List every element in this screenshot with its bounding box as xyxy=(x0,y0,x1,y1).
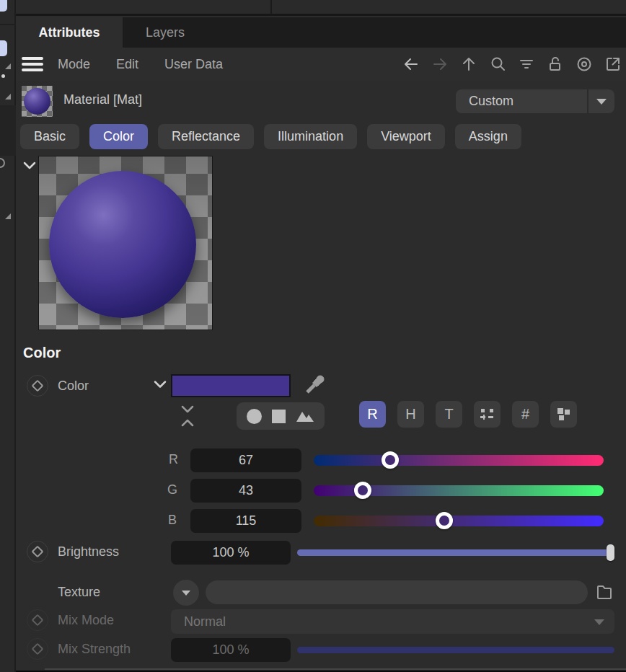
palette-icon-partial xyxy=(0,0,7,12)
menu-items: Mode Edit User Data xyxy=(58,57,223,72)
preview-collapse-chevron-icon[interactable] xyxy=(22,160,38,174)
slider-handle[interactable] xyxy=(354,482,371,499)
panel-tabbar: Attributes Layers xyxy=(16,17,626,48)
chevron-down-icon xyxy=(594,619,604,625)
tab-color[interactable]: Color xyxy=(89,124,148,149)
texture-options-button[interactable] xyxy=(173,580,199,606)
slider-track xyxy=(297,549,614,556)
collapse-sliders-icon[interactable] xyxy=(179,404,196,431)
keyframe-dot-color[interactable] xyxy=(27,375,48,397)
menubar-icons xyxy=(402,56,622,74)
slider-track xyxy=(297,647,614,653)
brightness-label: Brightness xyxy=(58,544,119,560)
flyout-corner-icon xyxy=(5,94,11,100)
mode-hsv-button[interactable]: H xyxy=(397,401,424,428)
brightness-value[interactable]: 100 % xyxy=(171,541,291,565)
compact-sliders-icon[interactable] xyxy=(474,401,501,428)
channel-label: B xyxy=(168,513,177,528)
thumbnail-sphere xyxy=(24,88,50,115)
mix-mode-label: Mix Mode xyxy=(58,613,114,628)
sphere-shape-icon[interactable] xyxy=(247,409,262,424)
palette-pressed-section xyxy=(0,105,16,156)
hamburger-icon[interactable] xyxy=(22,56,45,73)
tab-reflectance[interactable]: Reflectance xyxy=(158,124,254,149)
flyout-corner-icon xyxy=(5,63,11,69)
mix-mode-dropdown[interactable]: Normal xyxy=(171,609,614,634)
keyframe-dot-mix-strength[interactable] xyxy=(27,638,48,660)
channel-slider-b[interactable] xyxy=(314,509,604,533)
palette-dot-icon xyxy=(1,74,5,78)
slider-handle[interactable] xyxy=(607,544,614,561)
mix-strength-value[interactable]: 100 % xyxy=(171,638,291,662)
filter-icon[interactable] xyxy=(517,56,535,74)
menu-edit[interactable]: Edit xyxy=(116,57,138,72)
mode-temperature-button[interactable]: T xyxy=(436,401,462,428)
chevron-down-icon[interactable] xyxy=(587,89,614,113)
tab-layers[interactable]: Layers xyxy=(123,17,208,48)
material-thumbnail[interactable] xyxy=(22,86,53,117)
channel-value-g[interactable]: 43 xyxy=(190,479,301,503)
slider-track xyxy=(314,516,604,526)
mix-strength-label: Mix Strength xyxy=(58,642,131,657)
hex-icon[interactable]: # xyxy=(512,401,539,428)
preview-shape-switcher xyxy=(237,402,325,430)
keyframe-dot-brightness[interactable] xyxy=(27,541,48,562)
folder-icon[interactable] xyxy=(595,583,614,604)
texture-label: Texture xyxy=(58,585,100,600)
attribute-manager: Attributes Layers Mode Edit User Data xyxy=(16,16,626,672)
search-icon[interactable] xyxy=(488,56,506,74)
divider xyxy=(270,0,272,14)
color-swatch[interactable] xyxy=(171,374,291,397)
texture-path-input[interactable] xyxy=(206,580,588,604)
section-tabs: Basic Color Reflectance Illumination Vie… xyxy=(20,124,521,149)
divider xyxy=(45,668,626,670)
tab-assign[interactable]: Assign xyxy=(455,124,521,149)
color-mode-buttons: R H T # xyxy=(359,401,577,428)
channel-label: R xyxy=(169,452,178,467)
lock-icon[interactable] xyxy=(546,56,564,74)
menubar: Mode Edit User Data xyxy=(16,48,626,81)
menu-user-data[interactable]: User Data xyxy=(164,57,223,72)
tab-attributes[interactable]: Attributes xyxy=(16,17,123,48)
channel-slider-r[interactable] xyxy=(314,448,604,472)
square-shape-icon[interactable] xyxy=(272,410,286,423)
palette-icon-partial xyxy=(0,40,7,56)
up-arrow-icon[interactable] xyxy=(459,56,477,74)
tab-viewport[interactable]: Viewport xyxy=(367,124,445,149)
channel-label: G xyxy=(167,482,177,498)
brightness-slider[interactable] xyxy=(297,541,614,565)
flyout-corner-icon xyxy=(5,213,11,219)
slider-handle[interactable] xyxy=(382,451,399,469)
color-label: Color xyxy=(58,379,89,394)
palette-circle-icon xyxy=(0,158,5,168)
forward-arrow-icon[interactable] xyxy=(431,56,449,74)
channel-value-r[interactable]: 67 xyxy=(190,448,301,472)
swatches-icon[interactable] xyxy=(550,401,577,428)
mode-rgb-button[interactable]: R xyxy=(359,401,386,428)
mountains-shape-icon[interactable] xyxy=(296,409,314,423)
keyframe-dot-mix-mode[interactable] xyxy=(27,609,48,631)
slider-track xyxy=(314,455,604,466)
channel-value-b[interactable]: 115 xyxy=(190,509,301,533)
attributes-panel: Attributes Layers Mode Edit User Data xyxy=(0,0,626,672)
tab-illumination[interactable]: Illumination xyxy=(264,124,357,149)
preset-value: Custom xyxy=(456,89,587,113)
material-header: Material [Mat] Custom xyxy=(16,81,626,121)
mix-strength-slider[interactable] xyxy=(297,638,614,662)
menu-mode[interactable]: Mode xyxy=(58,57,90,72)
divider xyxy=(0,24,16,25)
section-heading: Color xyxy=(23,345,61,361)
preset-dropdown[interactable]: Custom xyxy=(456,89,614,113)
open-window-icon[interactable] xyxy=(604,56,622,74)
top-panel-edge xyxy=(16,0,626,16)
tab-basic[interactable]: Basic xyxy=(20,124,79,149)
slider-handle[interactable] xyxy=(436,512,453,529)
target-icon[interactable] xyxy=(575,56,593,74)
mix-mode-value: Normal xyxy=(184,609,226,634)
preview-sphere xyxy=(49,171,196,318)
eyedropper-icon[interactable] xyxy=(303,372,327,399)
material-preview xyxy=(38,156,213,330)
back-arrow-icon[interactable] xyxy=(402,56,420,74)
chevron-down-icon[interactable] xyxy=(153,379,167,392)
channel-slider-g[interactable] xyxy=(314,479,604,503)
